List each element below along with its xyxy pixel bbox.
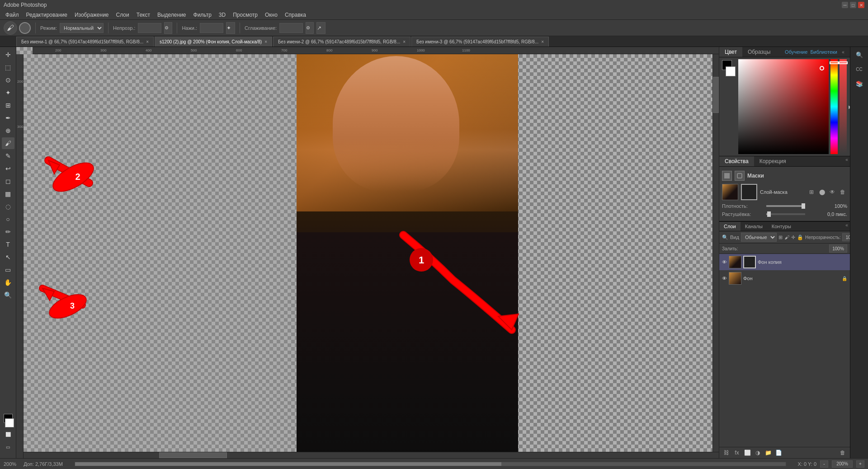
maximize-button[interactable]: □ <box>850 2 856 8</box>
menu-edit[interactable]: Редактирование <box>23 11 71 19</box>
opacity-input[interactable]: 100% <box>138 23 161 33</box>
tab-4-close[interactable]: × <box>541 39 544 44</box>
v-scrollbar-thumb[interactable] <box>713 77 719 113</box>
menu-layers[interactable]: Слои <box>113 11 133 19</box>
layer-row-1[interactable]: 👁 Фон копия <box>719 254 850 270</box>
color-gradient-picker[interactable] <box>738 59 829 154</box>
paths-tab[interactable]: Контуры <box>767 222 796 231</box>
link-layers-btn[interactable]: ⛓ <box>722 449 731 457</box>
feather-slider[interactable] <box>766 213 805 215</box>
layer-1-eye[interactable]: 👁 <box>722 259 727 265</box>
stamp-tool[interactable]: ✎ <box>2 150 14 162</box>
heal-tool[interactable]: ⊕ <box>2 125 14 136</box>
mask-grid-icon[interactable]: ⊞ <box>807 188 816 197</box>
screen-mode-button[interactable]: ▭ <box>2 441 14 453</box>
hue-slider[interactable] <box>830 59 838 154</box>
mask-delete-icon[interactable]: 🗑 <box>838 188 847 197</box>
vertical-scrollbar[interactable] <box>712 54 719 452</box>
menu-text[interactable]: Текст <box>133 11 154 19</box>
close-button[interactable]: ✕ <box>858 2 864 8</box>
lock-all-btn[interactable]: 🔒 <box>797 233 803 241</box>
tab-3[interactable]: Без имени-2 @ 66,7% (59147ac489f6d15bf7f… <box>273 37 410 47</box>
properties-tab[interactable]: Свойства <box>719 156 754 166</box>
zoom-out-btn[interactable]: - <box>820 460 828 468</box>
dodge-tool[interactable]: ○ <box>2 213 14 225</box>
add-style-btn[interactable]: fx <box>732 449 741 457</box>
opacity-options-button[interactable]: ⚙ <box>164 22 172 34</box>
delete-layer-btn[interactable]: 🗑 <box>838 449 847 457</box>
menu-filter[interactable]: Фильтр <box>190 11 215 19</box>
menu-file[interactable]: Файл <box>2 11 23 19</box>
path-select-tool[interactable]: ↖ <box>2 251 14 263</box>
lock-transparent-btn[interactable]: ⊞ <box>778 233 783 241</box>
menu-window[interactable]: Окно <box>261 11 281 19</box>
add-layer-btn[interactable]: 📄 <box>774 449 783 457</box>
tab-4[interactable]: Без имени-3 @ 66,7% (59147ac489f6d15bf7f… <box>411 37 549 47</box>
color-panel-tab[interactable]: Цвет <box>719 47 742 57</box>
tab-3-close[interactable]: × <box>403 39 406 44</box>
zoom-tool[interactable]: 🔍 <box>2 289 14 301</box>
pen-tool[interactable]: ✏ <box>2 226 14 238</box>
zoom-in-btn[interactable]: + <box>856 460 864 468</box>
menu-help[interactable]: Справка <box>281 11 310 19</box>
tab-1[interactable]: Без имени-1 @ 66,7% (59147ac489f6d15bf7f… <box>16 37 154 47</box>
blend-mode-select[interactable]: Нормальный <box>60 23 104 33</box>
crop-tool[interactable]: ⊞ <box>2 99 14 111</box>
angle-button[interactable]: ↗ <box>316 22 326 34</box>
flow-input[interactable]: 100% <box>200 23 223 33</box>
libraries-link[interactable]: Библиотеки <box>810 49 837 55</box>
horizontal-scrollbar[interactable] <box>24 452 719 458</box>
background-color-swatch[interactable] <box>5 418 14 427</box>
cc-icon[interactable]: CC <box>853 63 866 75</box>
mask-link-icon[interactable]: ⬤ <box>817 188 826 197</box>
tab-1-close[interactable]: × <box>146 39 149 44</box>
brush-preset-button[interactable]: 🖌 <box>4 21 17 35</box>
history-brush-tool[interactable]: ↩ <box>2 163 14 174</box>
vector-mask-icon[interactable] <box>735 171 745 181</box>
smoothing-options-button[interactable]: ⚙ <box>306 22 314 34</box>
eyedropper-tool[interactable]: ✒ <box>2 112 14 124</box>
bg-swatch[interactable] <box>726 66 736 76</box>
correction-tab[interactable]: Коррекция <box>754 156 792 166</box>
blend-mode-layers-select[interactable]: Обычные <box>741 233 777 242</box>
color-panel-collapse[interactable]: « <box>840 49 846 55</box>
smoothing-input[interactable]: 10% <box>279 23 303 33</box>
tab-2-close[interactable]: × <box>264 39 267 44</box>
airbrush-button[interactable]: ✦ <box>226 22 235 34</box>
zoom-input[interactable] <box>832 460 853 468</box>
menu-image[interactable]: Изображение <box>71 11 113 19</box>
lock-move-btn[interactable]: ✛ <box>791 233 795 241</box>
gradient-tool[interactable]: ▦ <box>2 188 14 200</box>
move-tool[interactable]: ✛ <box>2 49 14 61</box>
swatches-panel-tab[interactable]: Образцы <box>742 47 776 57</box>
layer-row-2[interactable]: 👁 Фон 🔒 <box>719 270 850 286</box>
type-tool[interactable]: T <box>2 239 14 250</box>
fill-input[interactable] <box>829 244 847 253</box>
add-adjustment-btn[interactable]: ◑ <box>753 449 762 457</box>
channels-tab[interactable]: Каналы <box>741 222 767 231</box>
blur-tool[interactable]: ◌ <box>2 201 14 212</box>
hand-tool[interactable]: ✋ <box>2 277 14 288</box>
layers-tab[interactable]: Слои <box>719 222 741 231</box>
alpha-slider[interactable] <box>840 59 847 154</box>
minimize-button[interactable]: ─ <box>842 2 848 8</box>
select-tool[interactable]: ⬚ <box>2 61 14 73</box>
pixel-mask-icon[interactable] <box>722 171 732 181</box>
learn-link[interactable]: Обучение <box>785 49 807 55</box>
eraser-tool[interactable]: ◻ <box>2 175 14 187</box>
menu-view[interactable]: Просмотр <box>229 11 261 19</box>
mask-eye-icon[interactable]: 👁 <box>828 188 837 197</box>
density-slider[interactable] <box>766 205 805 207</box>
libraries-icon[interactable]: 📚 <box>853 78 866 89</box>
menu-3d[interactable]: 3D <box>215 11 229 19</box>
lasso-tool[interactable]: ⊙ <box>2 74 14 86</box>
props-panel-collapse[interactable]: « <box>844 157 850 163</box>
add-group-btn[interactable]: 📁 <box>764 449 773 457</box>
quick-mask-button[interactable]: ⬜ <box>2 428 14 440</box>
layer-2-eye[interactable]: 👁 <box>722 276 727 281</box>
add-mask-btn[interactable]: ⬜ <box>743 449 752 457</box>
lock-pixels-btn[interactable]: 🖌 <box>784 233 789 241</box>
tab-2[interactable]: s1200 (2).jpg @ 200% (Фон копия, Слой-ма… <box>155 37 272 47</box>
brush-type-button[interactable] <box>19 22 31 34</box>
shape-tool[interactable]: ▭ <box>2 264 14 276</box>
